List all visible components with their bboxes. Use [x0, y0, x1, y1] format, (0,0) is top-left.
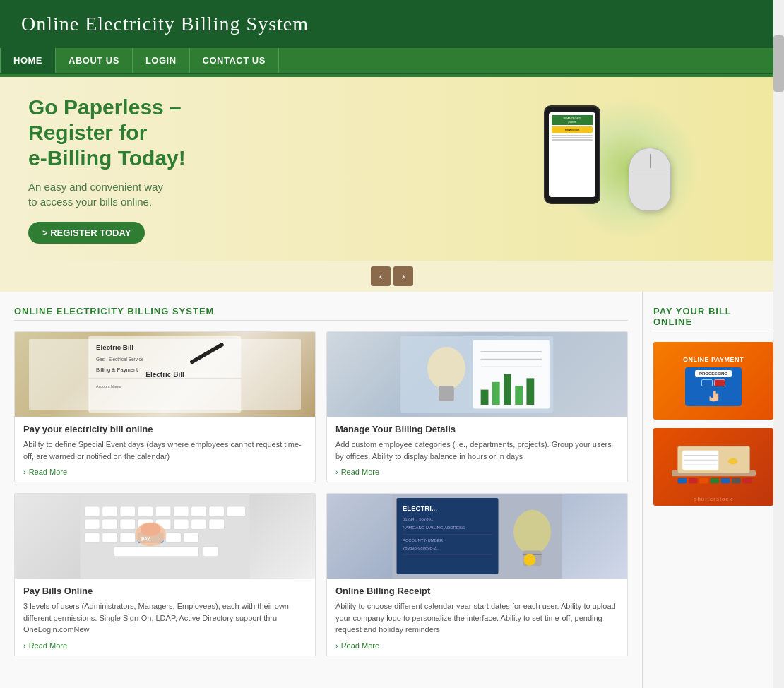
svg-text:Gas - Electrical Service: Gas - Electrical Service: [96, 357, 144, 362]
svg-rect-36: [191, 519, 207, 529]
laptop-payment-icon: [660, 432, 768, 502]
navbar: HOME ABOUT US LOGIN CONTACT US: [0, 48, 784, 74]
content-section: ONLINE ELECTRICITY BILLING SYSTEM Electr…: [0, 292, 784, 688]
svg-text:789898-989898-2...: 789898-989898-2...: [403, 546, 440, 550]
svg-rect-69: [677, 478, 687, 483]
svg-rect-40: [120, 533, 136, 542]
svg-rect-39: [102, 533, 118, 542]
card-title-4: Online Billing Receipt: [335, 586, 619, 596]
svg-text:NAME AND MAILING ADDRESS: NAME AND MAILING ADDRESS: [403, 526, 465, 530]
svg-rect-70: [688, 478, 697, 483]
card-body-4: Online Billing Receipt Ability to choose…: [327, 579, 627, 656]
svg-rect-38: [85, 533, 100, 542]
svg-text:01234... 56789...: 01234... 56789...: [403, 517, 434, 521]
card-text-3: 3 levels of users (Administrators, Manag…: [23, 600, 307, 636]
svg-point-8: [427, 347, 465, 389]
svg-rect-31: [102, 519, 118, 529]
card-image-keyboard: pay: [15, 494, 315, 579]
card-image-lightbulb: [327, 332, 627, 417]
svg-rect-71: [699, 478, 708, 483]
svg-rect-23: [120, 506, 136, 516]
svg-rect-19: [527, 378, 535, 405]
card-image-billing-receipt: ELECTRI... 01234... 56789... NAME AND MA…: [327, 494, 627, 579]
main-container: Go Paperless – Register for e-Billing To…: [0, 77, 784, 688]
svg-rect-25: [155, 506, 171, 516]
svg-rect-45: [203, 546, 219, 556]
carousel-prev-button[interactable]: ‹: [371, 266, 391, 286]
banner-subtext: An easy and convenient way to access you…: [28, 179, 763, 209]
payment-screen: PROCESSING: [685, 367, 742, 406]
banner-left: Go Paperless – Register for e-Billing To…: [0, 77, 784, 261]
nav-contact[interactable]: CONTACT US: [190, 48, 279, 73]
sidebar: PAY YOUR BILL ONLINE ONLINE PAYMENT PROC…: [643, 292, 784, 688]
card-title-1: Pay your electricity bill online: [23, 424, 307, 434]
card-body-2: Manage Your Billing Details Add custom e…: [327, 417, 627, 482]
card-image-electricity-bill: Electric Bill Gas - Electrical Service B…: [15, 332, 315, 417]
banner-heading: Go Paperless – Register for e-Billing To…: [28, 95, 763, 171]
card-body-1: Pay your electricity bill online Ability…: [15, 417, 315, 482]
processing-label: PROCESSING: [695, 370, 732, 377]
svg-text:pay: pay: [141, 535, 150, 541]
read-more-4[interactable]: › Read More: [335, 641, 619, 650]
svg-rect-18: [516, 386, 523, 405]
hand-cursor-icon: [699, 388, 727, 403]
online-payment-label: ONLINE PAYMENT: [683, 356, 744, 363]
header: Online Electricity Billing System: [0, 0, 784, 48]
svg-text:Electric Bill: Electric Bill: [96, 343, 133, 351]
svg-rect-29: [227, 506, 245, 516]
svg-rect-43: [184, 533, 199, 542]
card-electricity-bill: Electric Bill Gas - Electrical Service B…: [14, 331, 316, 482]
svg-rect-73: [720, 478, 730, 483]
svg-rect-27: [191, 506, 207, 516]
svg-text:Account Name: Account Name: [96, 384, 121, 389]
read-more-3[interactable]: › Read More: [23, 641, 307, 650]
site-title: Online Electricity Billing System: [21, 13, 763, 35]
card-text-4: Ability to choose different calendar yea…: [335, 600, 619, 636]
svg-rect-30: [85, 519, 100, 529]
nav-login[interactable]: LOGIN: [133, 48, 190, 73]
card-billing-receipt: ELECTRI... 01234... 56789... NAME AND MA…: [326, 493, 628, 656]
read-more-1[interactable]: › Read More: [23, 468, 307, 476]
mastercard-icon: [714, 379, 725, 386]
svg-text:ELECTRI...: ELECTRI...: [403, 504, 437, 512]
svg-rect-42: [166, 533, 182, 542]
sidebar-payment-image-1[interactable]: ONLINE PAYMENT PROCESSING: [653, 342, 773, 420]
main-content: ONLINE ELECTRICITY BILLING SYSTEM Electr…: [0, 292, 643, 688]
card-billing-details: Manage Your Billing Details Add custom e…: [326, 331, 628, 482]
card-title-3: Pay Bills Online: [23, 586, 307, 596]
svg-rect-74: [732, 478, 741, 483]
card-body-3: Pay Bills Online 3 levels of users (Admi…: [15, 579, 315, 656]
svg-rect-35: [174, 519, 189, 529]
nav-home[interactable]: HOME: [0, 48, 56, 73]
svg-rect-32: [120, 519, 136, 529]
card-title-2: Manage Your Billing Details: [335, 424, 619, 434]
svg-rect-17: [504, 374, 511, 405]
cards-grid: Electric Bill Gas - Electrical Service B…: [14, 331, 628, 656]
banner: Go Paperless – Register for e-Billing To…: [0, 77, 784, 261]
svg-rect-22: [102, 506, 118, 516]
svg-rect-28: [209, 506, 225, 516]
svg-rect-26: [174, 506, 189, 516]
card-text-1: Ability to define Special Event days (da…: [23, 439, 307, 462]
svg-text:Billing & Payment: Billing & Payment: [96, 367, 138, 373]
svg-point-61: [524, 554, 536, 566]
svg-point-68: [727, 458, 737, 464]
svg-rect-15: [481, 390, 489, 405]
read-more-2[interactable]: › Read More: [335, 468, 619, 476]
carousel-controls: ‹ ›: [0, 261, 784, 292]
card-icons: [701, 379, 725, 386]
svg-rect-44: [114, 546, 199, 556]
nav-about[interactable]: ABOUT US: [56, 48, 133, 73]
svg-rect-9: [439, 386, 455, 401]
svg-rect-21: [85, 506, 100, 516]
sidebar-title: PAY YOUR BILL ONLINE: [653, 306, 773, 331]
svg-rect-75: [742, 478, 752, 483]
register-button[interactable]: > REGISTER TODAY: [28, 222, 145, 244]
svg-point-58: [513, 510, 551, 554]
svg-rect-72: [710, 478, 719, 483]
card-text-2: Add custom employee categories (i.e., de…: [335, 439, 619, 462]
carousel-next-button[interactable]: ›: [393, 266, 413, 286]
sidebar-payment-image-2[interactable]: [653, 428, 773, 506]
section-title: ONLINE ELECTRICITY BILLING SYSTEM: [14, 306, 628, 321]
svg-rect-37: [209, 519, 225, 529]
